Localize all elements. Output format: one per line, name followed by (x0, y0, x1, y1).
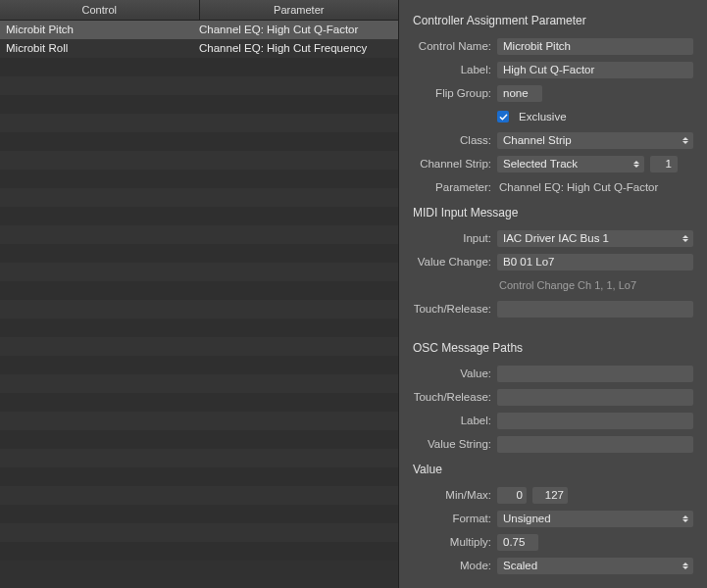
table-row (0, 486, 398, 505)
updown-icon (681, 559, 690, 573)
label-format: Format: (411, 513, 497, 524)
label-input[interactable]: High Cut Q-Factor (497, 62, 693, 78)
min-input[interactable]: 0 (497, 487, 527, 504)
list-body: Microbit Pitch Channel EQ: High Cut Q-Fa… (0, 21, 398, 588)
table-row (0, 337, 398, 356)
list-header: Control Parameter (0, 0, 398, 21)
table-row (0, 523, 398, 542)
format-popup-value: Unsigned (503, 513, 551, 524)
label-class: Class: (411, 134, 497, 146)
table-row (0, 207, 398, 225)
midi-touch-release-input[interactable] (497, 301, 693, 318)
table-row (0, 58, 398, 76)
table-row (0, 114, 398, 132)
table-row (0, 263, 398, 281)
value-change-input[interactable]: B0 01 Lo7 (497, 254, 693, 270)
label-input: Input: (411, 232, 497, 244)
osc-value-string-input[interactable] (497, 436, 693, 453)
table-row (0, 132, 398, 151)
inspector-panel: Controller Assignment Parameter Control … (399, 0, 707, 588)
parameter-readout: Channel EQ: High Cut Q-Factor (497, 181, 658, 193)
cell-control: Microbit Roll (0, 39, 193, 58)
mode-popup[interactable]: Scaled (497, 558, 693, 574)
table-row[interactable]: Microbit Pitch Channel EQ: High Cut Q-Fa… (0, 21, 398, 39)
format-popup[interactable]: Unsigned (497, 511, 693, 527)
table-row (0, 542, 398, 561)
label-mode: Mode: (411, 560, 497, 571)
max-input[interactable]: 127 (532, 487, 568, 504)
multiply-input[interactable]: 0.75 (497, 534, 538, 551)
channel-strip-number-input[interactable]: 1 (650, 156, 678, 172)
osc-label-input[interactable] (497, 413, 693, 429)
flip-group-input[interactable]: none (497, 85, 542, 102)
section-controller-assignment-parameter: Controller Assignment Parameter (413, 14, 693, 27)
updown-icon (681, 231, 690, 246)
cell-parameter: Channel EQ: High Cut Q-Factor (193, 21, 398, 39)
value-change-hint: Control Change Ch 1, 1, Lo7 (497, 279, 636, 291)
table-row (0, 95, 398, 114)
label-parameter: Parameter: (411, 181, 497, 193)
section-midi-input-message: MIDI Input Message (413, 206, 693, 220)
label-osc-value: Value: (411, 368, 497, 379)
table-row (0, 170, 398, 188)
table-row (0, 412, 398, 430)
table-row (0, 318, 398, 337)
table-row (0, 356, 398, 374)
label-multiply: Multiply: (411, 536, 497, 548)
exclusive-label: Exclusive (519, 111, 567, 122)
table-row (0, 225, 398, 244)
osc-value-input[interactable] (497, 366, 693, 382)
table-row (0, 430, 398, 449)
table-row (0, 374, 398, 393)
table-row (0, 467, 398, 486)
label-flip-group: Flip Group: (411, 87, 497, 99)
table-row (0, 281, 398, 300)
label-value-change: Value Change: (411, 256, 497, 268)
label-channel-strip: Channel Strip: (411, 158, 497, 170)
class-popup[interactable]: Channel Strip (497, 132, 693, 149)
header-control[interactable]: Control (0, 0, 200, 20)
cell-parameter: Channel EQ: High Cut Frequency (193, 39, 398, 58)
header-parameter[interactable]: Parameter (200, 0, 399, 20)
table-row (0, 449, 398, 467)
table-row (0, 505, 398, 523)
assignment-list-panel: Control Parameter Microbit Pitch Channel… (0, 0, 399, 588)
section-value: Value (413, 463, 693, 476)
table-row[interactable]: Microbit Roll Channel EQ: High Cut Frequ… (0, 39, 398, 58)
label-minmax: Min/Max: (411, 489, 497, 501)
table-row (0, 300, 398, 318)
channel-strip-popup[interactable]: Selected Track (497, 156, 644, 172)
label-osc-touch-release: Touch/Release: (411, 391, 497, 403)
table-row (0, 76, 398, 95)
table-row (0, 393, 398, 412)
midi-input-popup-value: IAC Driver IAC Bus 1 (503, 232, 609, 244)
section-osc-message-paths: OSC Message Paths (413, 341, 693, 355)
table-row (0, 244, 398, 263)
label-control-name: Control Name: (411, 40, 497, 52)
label-touch-release: Touch/Release: (411, 303, 497, 315)
label-label: Label: (411, 64, 497, 75)
class-popup-value: Channel Strip (503, 134, 572, 146)
label-osc-value-string: Value String: (411, 438, 497, 450)
exclusive-checkbox[interactable] (497, 111, 509, 122)
cell-control: Microbit Pitch (0, 21, 193, 39)
updown-icon (681, 512, 690, 526)
updown-icon (631, 157, 641, 172)
updown-icon (681, 133, 690, 148)
midi-input-popup[interactable]: IAC Driver IAC Bus 1 (497, 230, 693, 247)
osc-touch-release-input[interactable] (497, 389, 693, 406)
mode-popup-value: Scaled (503, 560, 537, 571)
table-row (0, 188, 398, 207)
table-row (0, 151, 398, 170)
channel-strip-popup-value: Selected Track (503, 158, 578, 170)
control-name-input[interactable]: Microbit Pitch (497, 38, 693, 55)
label-osc-label: Label: (411, 415, 497, 426)
checkmark-icon (499, 113, 508, 122)
